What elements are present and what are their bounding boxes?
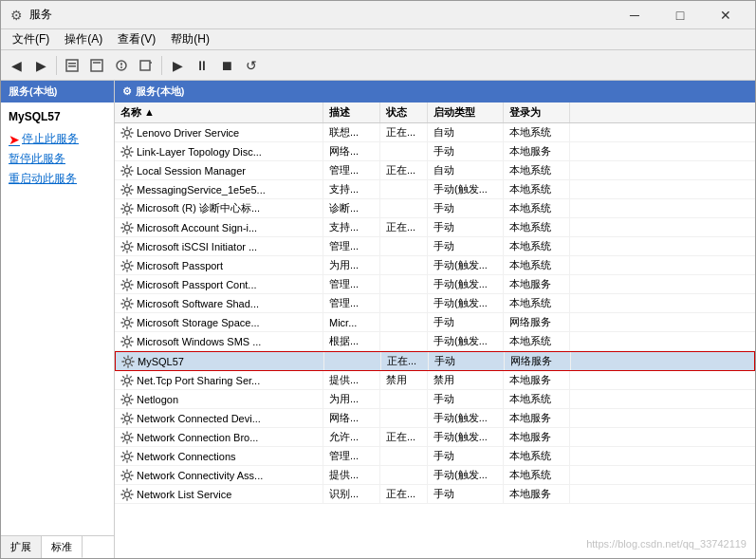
stop-arrow-icon: ➤ [9,132,20,147]
cell-login: 网络服务 [504,313,570,331]
svg-point-25 [124,416,129,420]
toolbar-btn3[interactable] [110,54,133,77]
col-name[interactable]: 名称 ▲ [115,102,323,122]
svg-point-15 [124,225,129,230]
cell-desc: 联想... [323,123,380,141]
window-controls: ─ □ ✕ [613,1,747,29]
cell-status [380,447,428,465]
col-status[interactable]: 状态 [380,102,428,122]
cell-desc: 根据... [323,332,380,350]
cell-startup: 手动(触发... [428,428,504,446]
sidebar-tabs: 扩展 标准 [1,535,114,558]
cell-startup: 手动 [428,447,504,465]
pause-button[interactable]: ⏸ [191,54,213,77]
pause-service-link[interactable]: 暂停此服务 [9,151,106,167]
cell-name: Link-Layer Topology Disc... [115,142,323,160]
cell-name: Microsoft Passport [115,256,323,274]
menu-bar: 文件(F) 操作(A) 查看(V) 帮助(H) [1,29,755,50]
cell-status [380,199,428,217]
cell-status: 正在... [380,485,428,503]
cell-login: 本地系统 [504,161,570,179]
table-row[interactable]: Network Connections管理...手动本地系统 [115,447,755,466]
cell-login: 本地服务 [504,371,570,389]
svg-point-14 [124,206,129,211]
cell-startup: 手动 [428,199,504,217]
cell-login: 本地系统 [504,199,570,217]
right-panel: ⚙ 服务(本地) 名称 ▲ 描述 状态 启动类型 登录为 Lenovo Driv… [115,81,755,558]
back-button[interactable]: ◀ [5,54,28,77]
toolbar-btn2[interactable] [85,54,108,77]
standard-tab[interactable]: 标准 [42,536,83,558]
table-row[interactable]: MySQL57正在...手动网络服务 [115,351,755,371]
minimize-button[interactable]: ─ [613,1,656,29]
services-table[interactable]: 名称 ▲ 描述 状态 启动类型 登录为 Lenovo Driver Servic… [115,102,755,558]
svg-point-11 [124,149,129,154]
maximize-button[interactable]: □ [658,1,702,29]
cell-login: 本地系统 [504,466,570,484]
cell-status [380,237,428,255]
table-row[interactable]: Network List Service识别...正在...手动本地服务 [115,485,755,504]
stop-service-link[interactable]: ➤ 停止此服务 [9,131,106,147]
cell-login: 本地系统 [504,256,570,274]
table-row[interactable]: Microsoft Storage Space...Micr...手动网络服务 [115,313,755,332]
table-row[interactable]: Network Connected Devi...网络...手动(触发...本地… [115,409,755,428]
forward-button[interactable]: ▶ [29,54,52,77]
col-login[interactable]: 登录为 [504,102,570,122]
svg-rect-1 [68,63,76,65]
svg-point-16 [124,244,129,249]
cell-desc: 管理... [323,275,380,293]
menu-action[interactable]: 操作(A) [57,29,110,49]
table-row[interactable]: Microsoft Passport为用...手动(触发...本地系统 [115,256,755,275]
svg-point-21 [124,339,129,344]
svg-point-22 [125,359,130,363]
cell-desc: 管理... [323,447,380,465]
cell-name: Network List Service [115,485,323,503]
cell-status [380,294,428,312]
cell-status: 正在... [380,123,428,141]
table-row[interactable]: Lenovo Driver Service联想...正在...自动本地系统 [115,123,755,142]
table-row[interactable]: Network Connection Bro...允许...正在...手动(触发… [115,428,755,447]
table-body: Lenovo Driver Service联想...正在...自动本地系统 Li… [115,123,755,504]
svg-point-27 [124,454,129,458]
stop-button[interactable]: ⏹ [215,54,238,77]
cell-startup: 手动(触发... [428,256,504,274]
restart-button[interactable]: ↺ [240,54,263,77]
cell-desc: 网络... [323,142,380,160]
menu-view[interactable]: 查看(V) [110,29,163,49]
restart-service-link[interactable]: 重启动此服务 [9,171,106,187]
table-row[interactable]: Microsoft Passport Cont...管理...手动(触发...本… [115,275,755,294]
table-row[interactable]: Microsoft (R) 诊断中心标...诊断...手动本地系统 [115,199,755,218]
cell-status: 正在... [380,161,428,179]
cell-name: Net.Tcp Port Sharing Ser... [115,371,323,389]
cell-desc: Micr... [323,313,380,331]
cell-desc: 管理... [323,294,380,312]
col-desc[interactable]: 描述 [323,102,380,122]
cell-status: 正在... [380,428,428,446]
expand-tab[interactable]: 扩展 [1,536,42,558]
table-row[interactable]: Netlogon为用...手动本地系统 [115,390,755,409]
toolbar-btn4[interactable] [135,54,157,77]
cell-startup: 手动 [428,218,504,236]
toolbar-btn1[interactable] [61,54,83,77]
cell-login: 本地服务 [504,428,570,446]
menu-file[interactable]: 文件(F) [5,29,57,49]
close-button[interactable]: ✕ [704,1,747,29]
table-row[interactable]: Network Connectivity Ass...提供...手动(触发...… [115,466,755,485]
table-row[interactable]: MessagingService_1e5e5...支持...手动(触发...本地… [115,180,755,199]
table-row[interactable]: Microsoft Account Sign-i...支持...正在...手动本… [115,218,755,237]
cell-login: 本地系统 [504,218,570,236]
cell-startup: 手动 [428,390,504,408]
table-row[interactable]: Local Session Manager管理...正在...自动本地系统 [115,161,755,180]
cell-login: 本地系统 [504,180,570,198]
menu-help[interactable]: 帮助(H) [163,29,217,49]
table-row[interactable]: Net.Tcp Port Sharing Ser...提供...禁用禁用本地服务 [115,371,755,390]
play-button[interactable]: ▶ [166,54,189,77]
table-row[interactable]: Microsoft Software Shad...管理...手动(触发...本… [115,294,755,313]
table-row[interactable]: Microsoft Windows SMS ...根据...手动(触发...本地… [115,332,755,351]
col-startup[interactable]: 启动类型 [428,102,504,122]
cell-name: MySQL57 [116,352,324,370]
cell-status: 禁用 [380,371,428,389]
table-row[interactable]: Link-Layer Topology Disc...网络...手动本地服务 [115,142,755,161]
window-title: 服务 [29,7,613,23]
table-row[interactable]: Microsoft iSCSI Initiator ...管理...手动本地系统 [115,237,755,256]
